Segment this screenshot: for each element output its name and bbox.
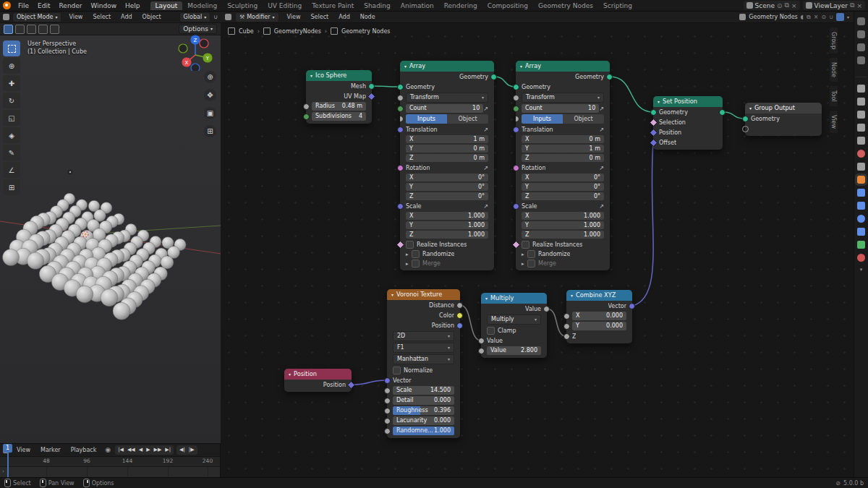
workspace-tab-compositing[interactable]: Compositing — [482, 1, 533, 10]
workspace-tab-texture-paint[interactable]: Texture Paint — [307, 1, 359, 10]
number-field[interactable]: Radius0.48 m — [312, 102, 366, 111]
node-header[interactable]: ▾Multiply — [481, 293, 547, 304]
enum-dropdown[interactable]: Multiply▾ — [487, 314, 541, 325]
checkbox[interactable] — [406, 241, 414, 249]
scene-selector[interactable]: Scene ⊙ ⧉ × — [744, 1, 800, 10]
properties-tab-particles[interactable] — [857, 202, 865, 210]
input-socket[interactable] — [384, 418, 391, 424]
properties-tab-tool[interactable] — [857, 85, 865, 93]
tool-select-box[interactable] — [3, 40, 20, 56]
tool-cursor[interactable]: ⊕ — [3, 58, 20, 74]
vector-component-field[interactable]: Z0 m — [522, 154, 604, 162]
properties-tab-object-data[interactable] — [857, 241, 865, 249]
vector-component-field[interactable]: Y0° — [406, 183, 488, 191]
input-socket[interactable] — [397, 165, 404, 171]
viewlayer-name[interactable]: ViewLayer — [814, 2, 848, 9]
attribute-toggle-icon[interactable]: ↗ — [599, 203, 604, 210]
collapse-icon[interactable]: ▾ — [485, 293, 488, 304]
channel-expander[interactable]: › — [2, 468, 4, 474]
transport-1[interactable]: ◀◀ — [126, 446, 137, 454]
workspace-tab-rendering[interactable]: Rendering — [439, 1, 482, 10]
enum-dropdown[interactable]: Transform▾ — [522, 93, 604, 103]
toggle-inputs[interactable]: Inputs — [406, 114, 447, 124]
output-socket[interactable] — [606, 74, 613, 80]
toggle-object[interactable]: Object — [563, 114, 604, 124]
input-socket[interactable] — [303, 103, 310, 110]
collapse-icon[interactable]: ▾ — [520, 61, 522, 72]
node-menu-node[interactable]: Node — [356, 14, 380, 20]
workspace-tab-shading[interactable]: Shading — [359, 1, 396, 10]
pin-icon[interactable]: ⊙ — [821, 14, 826, 20]
menu-window[interactable]: Window — [87, 2, 122, 9]
number-field[interactable]: Value2.800 — [487, 346, 541, 355]
input-socket[interactable] — [303, 114, 310, 120]
gizmo-axis-y-neg[interactable] — [179, 44, 187, 53]
vector-component-field[interactable]: X1 m — [406, 135, 488, 143]
input-socket[interactable] — [384, 377, 391, 384]
number-field[interactable]: Count10 — [522, 104, 599, 113]
expand-icon[interactable]: ▸ — [406, 261, 412, 267]
enum-dropdown[interactable]: 2D▾ — [393, 331, 454, 341]
vector-component-field[interactable]: X1.000 — [406, 212, 488, 220]
attribute-toggle-icon[interactable]: ↗ — [599, 127, 604, 133]
tool-add-cube[interactable]: ⊞ — [3, 179, 20, 195]
node-combine-xyz-7[interactable]: ▾Combine XYZVectorX0.000Y0.000Z — [566, 290, 632, 343]
select-mode-icon-1[interactable] — [15, 25, 25, 34]
input-socket[interactable] — [478, 348, 485, 354]
output-socket[interactable] — [543, 306, 550, 312]
output-socket[interactable] — [456, 322, 463, 329]
menu-help[interactable]: Help — [121, 2, 145, 9]
transport-3[interactable]: ▶ — [145, 446, 151, 454]
vector-component-field[interactable]: X0 m — [522, 135, 604, 143]
workspace-tab-geometry-nodes[interactable]: Geometry Nodes — [533, 1, 598, 10]
vector-component-field[interactable]: X1.000 — [522, 212, 604, 220]
node-menu-select[interactable]: Select — [307, 14, 333, 20]
viewport-menu-select[interactable]: Select — [88, 14, 115, 20]
checkbox[interactable] — [527, 260, 535, 267]
vector-component-field[interactable]: Z0° — [406, 192, 488, 200]
timeline-menu-view[interactable]: View — [12, 447, 35, 453]
menu-render[interactable]: Render — [55, 2, 87, 9]
input-socket[interactable] — [384, 408, 391, 414]
checkbox[interactable] — [487, 327, 495, 335]
slider-field[interactable]: Lacunarity0.000 — [393, 416, 454, 425]
number-field[interactable]: Subdivisions4 — [312, 112, 366, 121]
node-tree-name[interactable]: Geometry Nodes — [749, 14, 797, 20]
timeline-track[interactable]: › — [0, 467, 220, 478]
select-mode-icon-3[interactable] — [38, 25, 48, 34]
playhead-line[interactable] — [7, 453, 9, 477]
geometry-node-editor[interactable]: ⚒ Modifier▾ ViewSelectAddNode Geometry N… — [221, 12, 854, 477]
input-socket[interactable] — [563, 323, 570, 330]
sidebar-tab-group[interactable]: Group — [830, 27, 838, 53]
slider-field[interactable]: Scale14.500 — [393, 386, 454, 395]
output-socket[interactable] — [490, 74, 497, 80]
node-header[interactable]: ▾Combine XYZ — [566, 290, 632, 301]
toggle-inputs[interactable]: Inputs — [522, 114, 563, 124]
checkbox[interactable] — [393, 367, 401, 374]
input-socket[interactable] — [516, 116, 519, 122]
input-socket[interactable] — [513, 203, 519, 210]
node-header[interactable]: ▾Ico Sphere — [306, 70, 372, 81]
vector-component-field[interactable]: Z0° — [522, 192, 604, 200]
vector-component-field[interactable]: Y1.000 — [522, 221, 604, 229]
workspace-tab-layout[interactable]: Layout — [150, 1, 183, 10]
properties-tab-constraints[interactable] — [857, 228, 865, 236]
viewport-menu-view[interactable]: View — [64, 14, 87, 20]
menu-edit[interactable]: Edit — [33, 2, 54, 9]
checkbox[interactable] — [522, 241, 529, 249]
collapse-icon[interactable]: ▾ — [749, 103, 752, 114]
toggle-object[interactable]: Object — [447, 114, 488, 124]
attribute-toggle-icon[interactable]: ↗ — [483, 203, 488, 210]
node-menu-view[interactable]: View — [283, 14, 305, 20]
select-mode-icon-2[interactable] — [27, 25, 36, 34]
vector-component-field[interactable]: Z1.000 — [406, 231, 488, 239]
expand-icon[interactable]: ▸ — [522, 252, 527, 257]
tool-scale[interactable]: ◱ — [3, 110, 20, 126]
select-mode-icon-0[interactable] — [4, 25, 13, 34]
overlays-toggle-icon[interactable] — [836, 13, 844, 21]
input-socket[interactable] — [742, 116, 749, 122]
input-socket[interactable] — [397, 84, 404, 90]
workspace-tab-animation[interactable]: Animation — [396, 1, 439, 10]
enum-dropdown[interactable]: F1▾ — [393, 343, 454, 353]
output-socket[interactable] — [456, 302, 463, 309]
